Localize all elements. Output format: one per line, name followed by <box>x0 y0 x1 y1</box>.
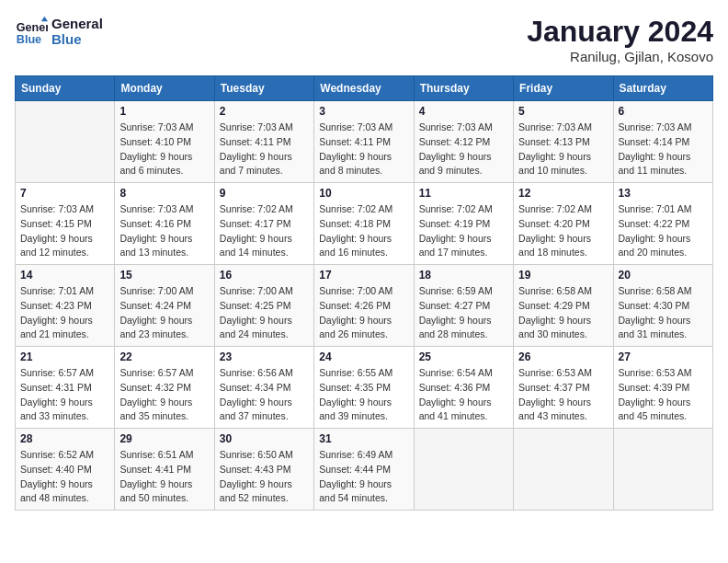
day-number: 7 <box>20 187 109 200</box>
day-info: Sunrise: 6:57 AMSunset: 4:32 PMDaylight:… <box>119 366 209 424</box>
calendar-cell: 26Sunrise: 6:53 AMSunset: 4:37 PMDayligh… <box>514 347 613 429</box>
day-number: 18 <box>419 269 508 282</box>
calendar-cell: 6Sunrise: 7:03 AMSunset: 4:14 PMDaylight… <box>613 101 712 183</box>
calendar-cell: 21Sunrise: 6:57 AMSunset: 4:31 PMDayligh… <box>16 347 115 429</box>
calendar-week-row: 1Sunrise: 7:03 AMSunset: 4:10 PMDaylight… <box>16 101 713 183</box>
day-number: 15 <box>119 269 209 282</box>
calendar-cell: 3Sunrise: 7:03 AMSunset: 4:11 PMDaylight… <box>314 101 414 183</box>
day-number: 8 <box>119 187 209 200</box>
calendar-cell: 24Sunrise: 6:55 AMSunset: 4:35 PMDayligh… <box>314 347 414 429</box>
calendar-body: 1Sunrise: 7:03 AMSunset: 4:10 PMDaylight… <box>16 101 713 511</box>
day-info: Sunrise: 7:03 AMSunset: 4:14 PMDaylight:… <box>619 121 708 178</box>
day-number: 23 <box>220 350 309 363</box>
calendar-cell <box>414 429 513 511</box>
calendar-cell: 20Sunrise: 6:58 AMSunset: 4:30 PMDayligh… <box>613 265 712 347</box>
calendar-cell: 14Sunrise: 7:01 AMSunset: 4:23 PMDayligh… <box>16 265 115 347</box>
day-number: 1 <box>119 105 209 118</box>
day-info: Sunrise: 6:53 AMSunset: 4:37 PMDaylight:… <box>518 366 608 424</box>
day-number: 25 <box>419 350 508 363</box>
calendar-cell: 8Sunrise: 7:03 AMSunset: 4:16 PMDaylight… <box>115 183 214 265</box>
logo: General Blue General Blue <box>15 15 103 48</box>
calendar-cell: 27Sunrise: 6:53 AMSunset: 4:39 PMDayligh… <box>613 347 712 429</box>
day-info: Sunrise: 6:49 AMSunset: 4:44 PMDaylight:… <box>319 448 408 506</box>
day-number: 31 <box>319 432 408 445</box>
calendar-cell: 31Sunrise: 6:49 AMSunset: 4:44 PMDayligh… <box>314 429 414 511</box>
day-number: 22 <box>119 350 209 363</box>
calendar-cell <box>613 429 712 511</box>
calendar-cell: 1Sunrise: 7:03 AMSunset: 4:10 PMDaylight… <box>115 101 214 183</box>
day-number: 19 <box>518 269 608 282</box>
weekday-header: Wednesday <box>314 76 414 101</box>
day-info: Sunrise: 7:01 AMSunset: 4:23 PMDaylight:… <box>20 284 109 342</box>
day-info: Sunrise: 6:57 AMSunset: 4:31 PMDaylight:… <box>20 366 109 424</box>
title-block: January 2024 Ranilug, Gjilan, Kosovo <box>527 15 713 64</box>
day-info: Sunrise: 7:03 AMSunset: 4:11 PMDaylight:… <box>220 121 309 178</box>
day-info: Sunrise: 7:03 AMSunset: 4:15 PMDaylight:… <box>20 202 109 260</box>
calendar-cell <box>514 429 613 511</box>
day-info: Sunrise: 7:02 AMSunset: 4:17 PMDaylight:… <box>220 202 309 260</box>
weekday-header: Saturday <box>613 76 712 101</box>
day-info: Sunrise: 6:56 AMSunset: 4:34 PMDaylight:… <box>220 366 309 424</box>
day-number: 17 <box>319 269 408 282</box>
svg-marker-2 <box>41 17 48 21</box>
weekday-header: Tuesday <box>214 76 313 101</box>
calendar-cell: 30Sunrise: 6:50 AMSunset: 4:43 PMDayligh… <box>214 429 313 511</box>
day-number: 20 <box>619 269 708 282</box>
calendar-cell: 25Sunrise: 6:54 AMSunset: 4:36 PMDayligh… <box>414 347 513 429</box>
calendar-week-row: 28Sunrise: 6:52 AMSunset: 4:40 PMDayligh… <box>16 429 713 511</box>
calendar-cell: 7Sunrise: 7:03 AMSunset: 4:15 PMDaylight… <box>16 183 115 265</box>
day-number: 4 <box>419 105 508 118</box>
day-number: 10 <box>319 187 408 200</box>
calendar-subtitle: Ranilug, Gjilan, Kosovo <box>527 49 713 64</box>
logo-line2: Blue <box>51 31 103 47</box>
calendar-cell: 28Sunrise: 6:52 AMSunset: 4:40 PMDayligh… <box>16 429 115 511</box>
day-number: 27 <box>619 350 708 363</box>
weekday-header: Monday <box>115 76 214 101</box>
day-number: 9 <box>220 187 309 200</box>
day-number: 16 <box>220 269 309 282</box>
calendar-title: January 2024 <box>527 15 713 49</box>
day-number: 24 <box>319 350 408 363</box>
day-info: Sunrise: 7:01 AMSunset: 4:22 PMDaylight:… <box>619 202 708 260</box>
logo-line1: General <box>51 16 103 31</box>
day-number: 11 <box>419 187 508 200</box>
page-header: General Blue General Blue January 2024 R… <box>15 15 713 64</box>
day-number: 26 <box>518 350 608 363</box>
calendar-table: SundayMondayTuesdayWednesdayThursdayFrid… <box>15 75 713 511</box>
calendar-cell: 12Sunrise: 7:02 AMSunset: 4:20 PMDayligh… <box>514 183 613 265</box>
calendar-cell: 16Sunrise: 7:00 AMSunset: 4:25 PMDayligh… <box>214 265 313 347</box>
day-info: Sunrise: 7:02 AMSunset: 4:20 PMDaylight:… <box>518 202 608 260</box>
day-info: Sunrise: 7:00 AMSunset: 4:26 PMDaylight:… <box>319 284 408 342</box>
calendar-cell: 29Sunrise: 6:51 AMSunset: 4:41 PMDayligh… <box>115 429 214 511</box>
calendar-header: SundayMondayTuesdayWednesdayThursdayFrid… <box>16 76 713 101</box>
weekday-header: Sunday <box>16 76 115 101</box>
day-info: Sunrise: 6:54 AMSunset: 4:36 PMDaylight:… <box>419 366 508 424</box>
day-number: 6 <box>619 105 708 118</box>
day-info: Sunrise: 7:03 AMSunset: 4:12 PMDaylight:… <box>419 121 508 178</box>
calendar-cell: 22Sunrise: 6:57 AMSunset: 4:32 PMDayligh… <box>115 347 214 429</box>
day-number: 21 <box>20 350 109 363</box>
day-info: Sunrise: 6:59 AMSunset: 4:27 PMDaylight:… <box>419 284 508 342</box>
day-info: Sunrise: 6:51 AMSunset: 4:41 PMDaylight:… <box>119 448 209 506</box>
calendar-cell: 11Sunrise: 7:02 AMSunset: 4:19 PMDayligh… <box>414 183 513 265</box>
day-info: Sunrise: 7:00 AMSunset: 4:25 PMDaylight:… <box>220 284 309 342</box>
calendar-week-row: 7Sunrise: 7:03 AMSunset: 4:15 PMDaylight… <box>16 183 713 265</box>
day-info: Sunrise: 6:58 AMSunset: 4:30 PMDaylight:… <box>619 284 708 342</box>
calendar-cell <box>16 101 115 183</box>
day-info: Sunrise: 6:55 AMSunset: 4:35 PMDaylight:… <box>319 366 408 424</box>
day-info: Sunrise: 7:02 AMSunset: 4:19 PMDaylight:… <box>419 202 508 260</box>
logo-icon: General Blue <box>15 15 48 48</box>
calendar-cell: 9Sunrise: 7:02 AMSunset: 4:17 PMDaylight… <box>214 183 313 265</box>
day-info: Sunrise: 7:03 AMSunset: 4:11 PMDaylight:… <box>319 121 408 178</box>
calendar-cell: 23Sunrise: 6:56 AMSunset: 4:34 PMDayligh… <box>214 347 313 429</box>
day-number: 12 <box>518 187 608 200</box>
day-number: 13 <box>619 187 708 200</box>
calendar-cell: 2Sunrise: 7:03 AMSunset: 4:11 PMDaylight… <box>214 101 313 183</box>
calendar-cell: 10Sunrise: 7:02 AMSunset: 4:18 PMDayligh… <box>314 183 414 265</box>
calendar-cell: 15Sunrise: 7:00 AMSunset: 4:24 PMDayligh… <box>115 265 214 347</box>
day-number: 28 <box>20 432 109 445</box>
day-number: 3 <box>319 105 408 118</box>
svg-text:Blue: Blue <box>17 33 41 46</box>
calendar-cell: 19Sunrise: 6:58 AMSunset: 4:29 PMDayligh… <box>514 265 613 347</box>
day-info: Sunrise: 6:53 AMSunset: 4:39 PMDaylight:… <box>619 366 708 424</box>
